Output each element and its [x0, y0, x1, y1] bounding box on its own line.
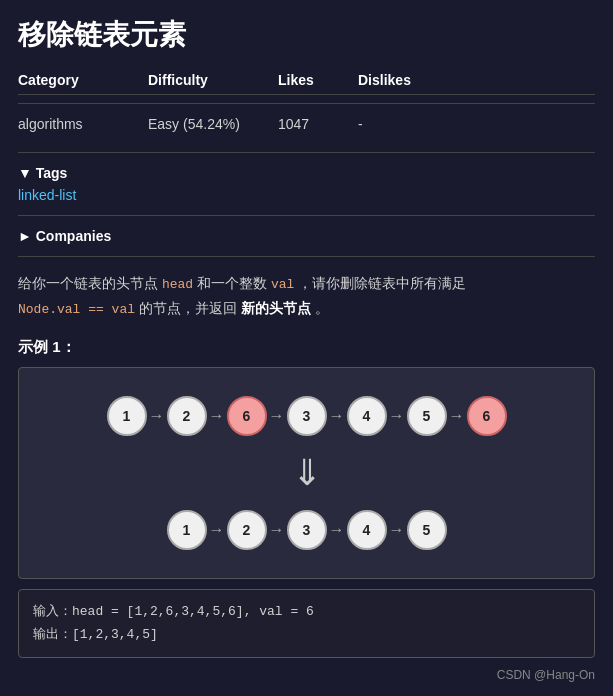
node-6-1-top: 6: [227, 396, 267, 436]
companies-toggle[interactable]: Companies: [18, 228, 595, 244]
desc-text-4: 的节点，并返回: [139, 300, 241, 316]
arrow-b3: →: [329, 521, 345, 539]
desc-code-node-val: Node.val == val: [18, 302, 135, 317]
arrow-5: →: [389, 407, 405, 425]
companies-section: Companies: [18, 228, 595, 244]
header-difficulty: Difficulty: [148, 72, 278, 88]
cell-category: algorithms: [18, 116, 148, 132]
desc-text-5: 。: [315, 300, 329, 316]
arrow-b1: →: [209, 521, 225, 539]
desc-text-1: 给你一个链表的头节点: [18, 275, 162, 291]
cell-likes: 1047: [278, 116, 358, 132]
input-line: 输入：head = [1,2,6,3,4,5,6], val = 6: [33, 600, 580, 623]
desc-code-val: val: [271, 277, 294, 292]
output-line: 输出：[1,2,3,4,5]: [33, 623, 580, 646]
table-row: algorithms Easy (54.24%) 1047 -: [18, 112, 595, 136]
cell-dislikes: -: [358, 116, 438, 132]
node-5-top: 5: [407, 396, 447, 436]
info-table: Category Difficulty Likes Dislikes algor…: [18, 72, 595, 136]
node-5-bottom: 5: [407, 510, 447, 550]
arrow-b4: →: [389, 521, 405, 539]
desc-code-head: head: [162, 277, 193, 292]
node-1-bottom: 1: [167, 510, 207, 550]
arrow-4: →: [329, 407, 345, 425]
csdn-credit: CSDN @Hang-On: [18, 668, 595, 682]
tags-section: Tags linked-list: [18, 165, 595, 203]
arrow-1: →: [149, 407, 165, 425]
header-dislikes: Dislikes: [358, 72, 438, 88]
cell-difficulty: Easy (54.24%): [148, 116, 278, 132]
page-title: 移除链表元素: [18, 16, 595, 54]
node-3-top: 3: [287, 396, 327, 436]
arrow-2: →: [209, 407, 225, 425]
arrow-3: →: [269, 407, 285, 425]
header-category: Category: [18, 72, 148, 88]
tag-linked-list[interactable]: linked-list: [18, 187, 76, 203]
arrow-b2: →: [269, 521, 285, 539]
desc-text-3: ，请你删除链表中所有满足: [298, 275, 466, 291]
node-4-bottom: 4: [347, 510, 387, 550]
down-arrow-icon: ⇓: [292, 452, 322, 494]
example-title: 示例 1：: [18, 338, 595, 357]
header-likes: Likes: [278, 72, 358, 88]
node-1-top: 1: [107, 396, 147, 436]
desc-bold: 新的头节点: [241, 300, 311, 316]
bottom-list-row: 1 → 2 → 3 → 4 → 5: [167, 510, 447, 550]
diagram-container: 1 → 2 → 6 → 3 → 4 → 5 → 6 ⇓ 1 → 2 → 3 → …: [18, 367, 595, 579]
table-header: Category Difficulty Likes Dislikes: [18, 72, 595, 95]
input-output-box: 输入：head = [1,2,6,3,4,5,6], val = 6 输出：[1…: [18, 589, 595, 658]
tags-toggle[interactable]: Tags: [18, 165, 595, 181]
node-3-bottom: 3: [287, 510, 327, 550]
top-list-row: 1 → 2 → 6 → 3 → 4 → 5 → 6: [107, 396, 507, 436]
node-2-bottom: 2: [227, 510, 267, 550]
node-6-2-top: 6: [467, 396, 507, 436]
node-4-top: 4: [347, 396, 387, 436]
problem-description: 给你一个链表的头节点 head 和一个整数 val ，请你删除链表中所有满足 N…: [18, 271, 595, 322]
desc-text-2: 和一个整数: [197, 275, 271, 291]
arrow-6: →: [449, 407, 465, 425]
node-2-top: 2: [167, 396, 207, 436]
